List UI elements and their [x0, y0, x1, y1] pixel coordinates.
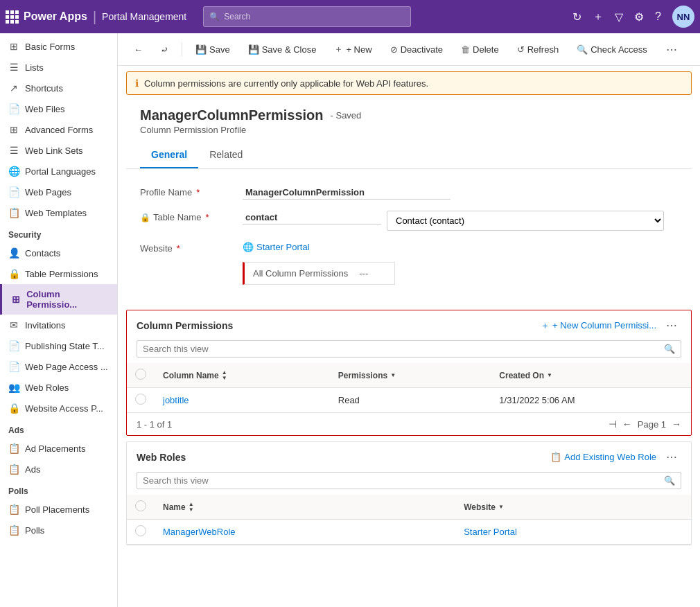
sidebar-item-ad-placements[interactable]: 📋 Ad Placements [0, 438, 117, 459]
sidebar-item-basic-forms[interactable]: ⊞ Basic Forms [0, 36, 117, 57]
avatar[interactable]: NN [672, 6, 694, 28]
search-placeholder: Search [224, 12, 250, 21]
sidebar: ⊞ Basic Forms ☰ Lists ↗ Shortcuts 📄 Web … [0, 33, 118, 607]
website-header[interactable]: Website ▼ [455, 495, 691, 520]
sidebar-item-invitations[interactable]: ✉ Invitations [0, 315, 117, 335]
website-row: Website * 🌐 Starter Portal [140, 236, 678, 259]
web-roles-select-all-checkbox[interactable] [135, 500, 146, 511]
sidebar-item-ads[interactable]: 📋 Ads [0, 459, 117, 480]
sidebar-item-web-link-sets[interactable]: ☰ Web Link Sets [0, 140, 117, 161]
web-roles-search-input[interactable] [143, 475, 661, 486]
help-icon[interactable]: ? [655, 10, 661, 23]
search-box[interactable]: 🔍 Search [203, 6, 411, 27]
plus-icon[interactable]: ＋ [593, 10, 604, 24]
select-all-checkbox[interactable] [135, 369, 146, 380]
col-name-link[interactable]: jobtitle [163, 395, 189, 405]
all-col-perm-value: --- [359, 268, 368, 279]
web-role-website-link[interactable]: Starter Portal [464, 527, 517, 537]
sidebar-item-shortcuts[interactable]: ↗ Shortcuts [0, 78, 117, 98]
web-role-name-link[interactable]: ManagerWebRole [163, 527, 236, 537]
column-permissions-more-icon[interactable]: ⋯ [662, 317, 681, 333]
web-roles-search[interactable]: 🔍 [137, 472, 681, 489]
table-select[interactable]: Contact (contact) [387, 211, 664, 231]
permissions-header[interactable]: Permissions ▼ [330, 363, 491, 388]
add-existing-web-role-button[interactable]: 📋 Add Existing Web Role [550, 452, 656, 462]
sidebar-item-website-access[interactable]: 🔒 Website Access P... [0, 398, 117, 419]
table-name-value[interactable]: contact [243, 211, 381, 225]
sidebar-item-web-pages[interactable]: 📄 Web Pages [0, 182, 117, 202]
created-on-cell: 1/31/2022 5:06 AM [491, 388, 691, 413]
back-button[interactable]: ← [126, 40, 150, 59]
sidebar-label-shortcuts: Shortcuts [25, 83, 63, 94]
deactivate-button[interactable]: ⊘ Deactivate [383, 40, 450, 59]
column-permissions-header-row: Column Name ▲▼ Permissions ▼ [127, 363, 691, 388]
tab-general[interactable]: General [140, 142, 198, 168]
sidebar-item-polls[interactable]: 📋 Polls [0, 520, 117, 540]
sidebar-item-column-permissions[interactable]: ⊞ Column Permissio... [0, 284, 117, 315]
sidebar-label-web-pages: Web Pages [25, 187, 71, 197]
web-templates-icon: 📋 [8, 207, 19, 218]
polls-icon: 📋 [8, 525, 19, 536]
delete-button[interactable]: 🗑 Delete [453, 40, 507, 59]
web-roles-section: Web Roles 📋 Add Existing Web Role ⋯ 🔍 [126, 441, 692, 545]
web-roles-more-icon[interactable]: ⋯ [662, 449, 681, 465]
row-checkbox[interactable] [135, 394, 146, 405]
basic-forms-icon: ⊞ [8, 41, 19, 52]
column-permissions-header: Column Permissions ＋ + New Column Permis… [127, 310, 691, 340]
new-col-perm-label: + New Column Permissi... [552, 320, 656, 331]
settings-icon[interactable]: ⚙ [634, 10, 644, 24]
name-header[interactable]: Name ▲▼ [155, 495, 455, 520]
sidebar-item-poll-placements[interactable]: 📋 Poll Placements [0, 499, 117, 520]
refresh-button[interactable]: ↺ Refresh [509, 40, 567, 59]
website-link[interactable]: 🌐 Starter Portal [243, 242, 310, 252]
check-access-button[interactable]: 🔍 Check Access [569, 40, 655, 59]
col-name-cell: jobtitle [155, 388, 330, 413]
more-options-icon[interactable]: ⋯ [660, 39, 683, 60]
sidebar-item-publishing-state[interactable]: 📄 Publishing State T... [0, 335, 117, 356]
created-on-header[interactable]: Created On ▼ [491, 363, 691, 388]
filter-icon[interactable]: ▽ [615, 10, 623, 24]
ad-placements-icon: 📋 [8, 443, 19, 454]
column-permissions-search-input[interactable] [143, 344, 661, 354]
col-name-header[interactable]: Column Name ▲▼ [155, 363, 330, 388]
new-button[interactable]: ＋ + New [326, 39, 379, 60]
sidebar-item-advanced-forms[interactable]: ⊞ Advanced Forms [0, 119, 117, 140]
web-files-icon: 📄 [8, 103, 19, 114]
topbar-actions: ↻ ＋ ▽ ⚙ ? NN [572, 6, 694, 28]
first-page-button[interactable]: ⊣ [609, 419, 617, 430]
sidebar-label-publishing-state: Publishing State T... [25, 341, 105, 351]
web-link-sets-icon: ☰ [8, 145, 19, 156]
sidebar-item-lists[interactable]: ☰ Lists [0, 57, 117, 78]
sidebar-label-contacts: Contacts [25, 248, 60, 258]
sidebar-label-web-templates: Web Templates [25, 208, 87, 218]
sidebar-item-web-templates[interactable]: 📋 Web Templates [0, 202, 117, 223]
page-label: Page 1 [638, 419, 666, 430]
prev-page-button[interactable]: ← [622, 419, 632, 430]
tab-bar: General Related [126, 142, 692, 169]
column-permissions-section: Column Permissions ＋ + New Column Permis… [126, 310, 692, 436]
tab-related[interactable]: Related [198, 142, 254, 168]
new-column-permission-button[interactable]: ＋ + New Column Permissi... [541, 319, 656, 332]
next-page-button[interactable]: → [672, 419, 681, 430]
web-role-row-checkbox[interactable] [135, 525, 146, 536]
column-permissions-search[interactable]: 🔍 [137, 340, 681, 358]
sidebar-item-web-page-access[interactable]: 📄 Web Page Access ... [0, 356, 117, 377]
advanced-forms-icon: ⊞ [8, 124, 19, 135]
forward-button[interactable]: ⤾ [153, 40, 176, 59]
sidebar-item-contacts[interactable]: 👤 Contacts [0, 243, 117, 263]
sidebar-item-web-roles[interactable]: 👥 Web Roles [0, 377, 117, 398]
polls-section-title: Polls [0, 480, 117, 499]
notification-link[interactable]: currently only applicable for Web API fe… [244, 78, 426, 89]
profile-name-value[interactable]: ManagerColumnPermission [243, 186, 450, 200]
save-close-button[interactable]: 💾 Save & Close [240, 40, 324, 59]
sidebar-item-web-files[interactable]: 📄 Web Files [0, 98, 117, 119]
new-icon: ＋ [334, 43, 343, 55]
sidebar-label-web-page-access: Web Page Access ... [25, 362, 108, 372]
refresh-icon[interactable]: ↻ [572, 10, 581, 24]
sidebar-label-web-roles: Web Roles [25, 382, 69, 393]
app-grid-icon[interactable] [6, 10, 18, 23]
sidebar-item-table-permissions[interactable]: 🔒 Table Permissions [0, 263, 117, 284]
save-button[interactable]: 💾 Save [188, 40, 238, 59]
sidebar-item-portal-languages[interactable]: 🌐 Portal Languages [0, 161, 117, 182]
name-sort-icon: ▲▼ [189, 502, 194, 513]
